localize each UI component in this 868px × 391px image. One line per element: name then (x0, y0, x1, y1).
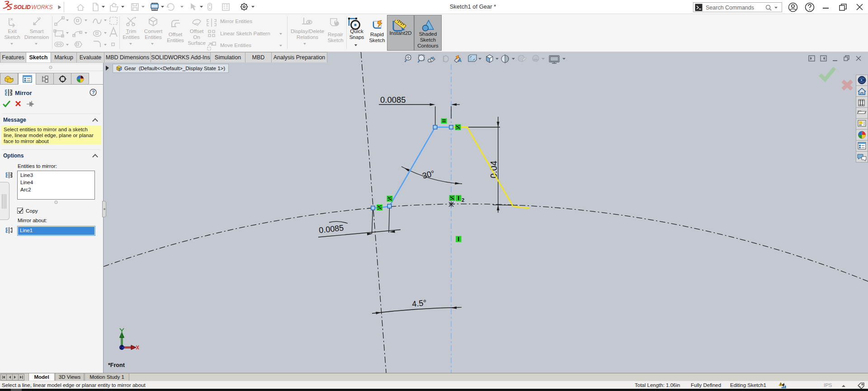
svg-text:*Front: *Front (108, 362, 125, 368)
svg-text:4.5°: 4.5° (411, 298, 427, 309)
svg-text:A: A (458, 57, 462, 63)
svg-text:SOLID: SOLID (14, 4, 31, 10)
svg-text:?: ? (92, 90, 95, 95)
svg-text:0.0085: 0.0085 (380, 95, 406, 105)
svg-text:2: 2 (462, 197, 464, 203)
svg-text:0.04: 0.04 (489, 161, 499, 178)
svg-text:WORKS: WORKS (31, 4, 53, 10)
